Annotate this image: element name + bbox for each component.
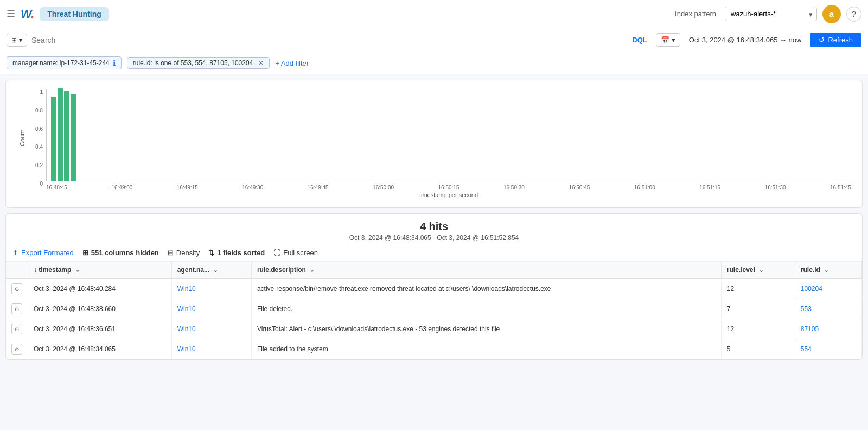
bar-4 [71,94,76,181]
col-sort-icon: ⌄ [759,267,763,273]
table-row: ⊙ Oct 3, 2024 @ 16:48:38.660 Win10 File … [6,299,862,319]
expand-button[interactable]: ⊙ [11,303,22,314]
cell-level: 12 [721,319,795,339]
y-axis-label: Count [17,89,28,187]
chart-bars [46,89,851,181]
col-header-agent[interactable]: agent.na... ⌄ [171,262,251,279]
columns-icon: ⊞ [82,249,88,257]
table-row: ⊙ Oct 3, 2024 @ 16:48:36.651 Win10 Virus… [6,319,862,339]
refresh-button[interactable]: ↺ Refresh [810,33,861,47]
density-button[interactable]: ⊟ Density [168,249,200,257]
cell-ruleid: 553 [795,299,861,319]
cell-timestamp: Oct 3, 2024 @ 16:48:34.065 [28,339,172,359]
cell-description: File added to the system. [251,339,721,359]
table-row: ⊙ Oct 3, 2024 @ 16:48:40.284 Win10 activ… [6,279,862,299]
cell-ruleid: 554 [795,339,861,359]
refresh-icon: ↺ [819,36,825,44]
fields-sorted[interactable]: ⇅ 1 fields sorted [208,249,265,257]
index-label: Index pattern [675,10,716,18]
help-icon[interactable]: ? [846,7,861,22]
filter-rule-id[interactable]: rule.id: is one of 553, 554, 87105, 1002… [127,57,270,69]
rule-id-link[interactable]: 87105 [801,325,819,333]
filter-text: manager.name: ip-172-31-45-244 [12,59,110,67]
results-toolbar: ⬆ Export Formated ⊞ 551 columns hidden ⊟… [6,244,862,262]
row-expand-cell: ⊙ [6,299,28,319]
col-sort-icon: ⌄ [213,267,218,273]
menu-icon[interactable]: ☰ [7,8,15,20]
avatar[interactable]: a [822,5,841,23]
chart-section: Count 0 0.2 0.4 0.6 0.8 1 16:48:45 [5,80,863,208]
sort-desc-icon: ↓ [34,266,37,274]
cell-agent: Win10 [171,279,251,299]
fullscreen-button[interactable]: ⛶ Full screen [273,249,318,257]
rule-id-link[interactable]: 553 [801,305,812,313]
time-range: Oct 3, 2024 @ 16:48:34.065 → now [685,36,806,44]
expand-button[interactable]: ⊙ [11,344,22,355]
y-axis-ticks: 0 0.2 0.4 0.6 0.8 1 [30,89,46,187]
col-expand [6,262,28,279]
fullscreen-icon: ⛶ [273,249,280,257]
table-body: ⊙ Oct 3, 2024 @ 16:48:40.284 Win10 activ… [6,279,862,359]
export-icon: ⬆ [12,249,18,257]
search-toggle-icon: ⊞ [11,36,17,44]
index-pattern-select[interactable]: wazuh-alerts-* [725,7,817,21]
x-axis-labels: 16:48:45 16:49:00 16:49:15 16:49:30 16:4… [46,182,851,191]
bar-3 [64,91,69,181]
bar-1 [51,97,56,181]
filter-remove-icon[interactable]: ✕ [258,59,264,67]
chart-plot: 16:48:45 16:49:00 16:49:15 16:49:30 16:4… [46,89,851,203]
agent-link[interactable]: Win10 [177,285,196,293]
add-filter-button[interactable]: + Add filter [275,59,309,67]
row-expand-cell: ⊙ [6,319,28,339]
agent-link[interactable]: Win10 [177,305,196,313]
columns-hidden: ⊞ 551 columns hidden [82,249,159,257]
results-section: 4 hits Oct 3, 2024 @ 16:48:34.065 - Oct … [5,213,863,360]
cell-agent: Win10 [171,339,251,359]
col-header-timestamp[interactable]: ↓ timestamp ⌄ [28,262,172,279]
expand-button[interactable]: ⊙ [11,283,22,294]
density-icon: ⊟ [168,249,174,257]
agent-link[interactable]: Win10 [177,325,196,333]
dql-button[interactable]: DQL [628,34,651,46]
search-toggle-chevron: ▾ [19,36,22,44]
search-type-button[interactable]: ⊞ ▾ [7,34,27,47]
col-header-description[interactable]: rule.description ⌄ [251,262,721,279]
hits-count: 4 hits [6,220,862,233]
rule-id-link[interactable]: 554 [801,345,812,353]
cell-level: 12 [721,279,795,299]
hits-date-range: Oct 3, 2024 @ 16:48:34.065 - Oct 3, 2024… [6,234,862,242]
cell-agent: Win10 [171,319,251,339]
search-input[interactable] [31,34,623,47]
calendar-icon: 📅 [661,36,669,44]
col-header-ruleid[interactable]: rule.id ⌄ [795,262,861,279]
cell-description: active-response/bin/remove-threat.exe re… [251,279,721,299]
cell-timestamp: Oct 3, 2024 @ 16:48:36.651 [28,319,172,339]
bar-2 [58,88,63,181]
export-button[interactable]: ⬆ Export Formated [12,249,74,257]
col-header-level[interactable]: rule.level ⌄ [721,262,795,279]
cell-timestamp: Oct 3, 2024 @ 16:48:38.660 [28,299,172,319]
logo: W. [21,7,34,21]
cell-timestamp: Oct 3, 2024 @ 16:48:40.284 [28,279,172,299]
results-header: 4 hits Oct 3, 2024 @ 16:48:34.065 - Oct … [6,214,862,244]
sort-icon: ⇅ [208,249,214,257]
cell-level: 5 [721,339,795,359]
cell-description: File deleted. [251,299,721,319]
cell-ruleid: 100204 [795,279,861,299]
filter-text: rule.id: is one of 553, 554, 87105, 1002… [133,59,253,67]
filters-bar: manager.name: ip-172-31-45-244 ℹ rule.id… [0,52,868,74]
row-expand-cell: ⊙ [6,279,28,299]
calendar-chevron: ▾ [672,36,675,44]
x-axis-title: timestamp per second [46,192,851,198]
cell-ruleid: 87105 [795,319,861,339]
col-sort-icon: ⌄ [75,267,80,273]
table-header-row: ↓ timestamp ⌄ agent.na... ⌄ rule.descrip… [6,262,862,279]
index-pattern-select-wrap[interactable]: wazuh-alerts-* [725,7,817,21]
rule-id-link[interactable]: 100204 [801,285,822,293]
page-title: Threat Hunting [40,7,109,21]
filter-info-icon[interactable]: ℹ [113,59,116,67]
agent-link[interactable]: Win10 [177,345,196,353]
expand-button[interactable]: ⊙ [11,324,22,334]
calendar-button[interactable]: 📅 ▾ [656,33,680,47]
filter-manager-name[interactable]: manager.name: ip-172-31-45-244 ℹ [7,56,122,69]
